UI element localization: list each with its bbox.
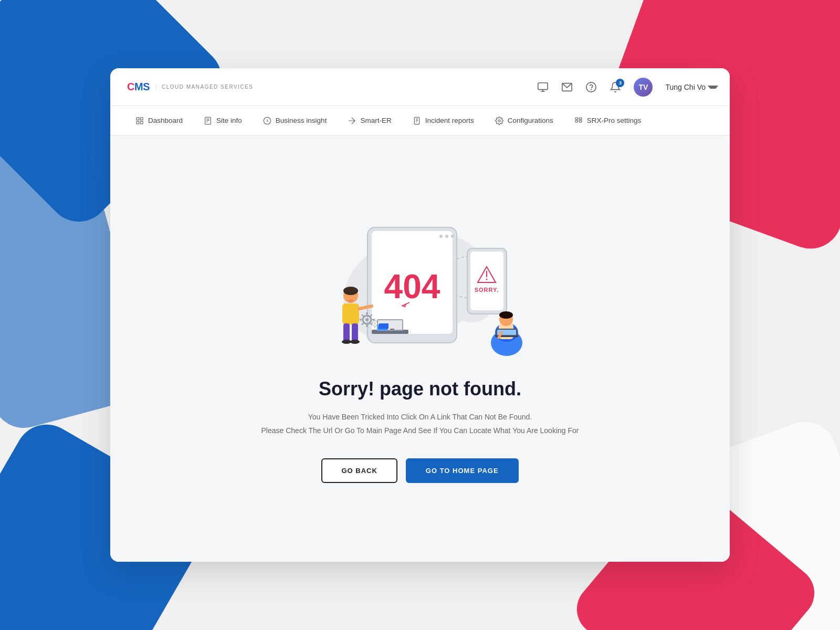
help-circle-icon[interactable] <box>585 81 597 93</box>
svg-rect-8 <box>205 117 211 124</box>
logo-subtitle: CLOUD MANAGED SERVICES <box>156 84 254 90</box>
logo-area: CMS CLOUD MANAGED SERVICES <box>127 81 253 93</box>
header: CMS CLOUD MANAGED SERVICES 3 <box>110 68 730 106</box>
error-description: You Have Been Tricked Into Click On A Li… <box>261 411 579 437</box>
nav-item-site-info[interactable]: Site info <box>195 112 250 129</box>
avatar: TV <box>634 78 653 97</box>
svg-point-35 <box>365 318 369 321</box>
header-actions: 3 TV Tung Chi Vo <box>537 78 713 97</box>
go-home-button[interactable]: GO TO HOME PAGE <box>406 458 519 483</box>
svg-point-17 <box>498 120 500 122</box>
svg-point-45 <box>374 322 376 324</box>
svg-point-52 <box>348 299 354 302</box>
svg-rect-4 <box>136 118 139 120</box>
nav-item-business-insight[interactable]: Business insight <box>255 112 335 129</box>
dashboard-icon <box>135 117 144 125</box>
svg-point-29 <box>445 235 448 238</box>
go-back-button[interactable]: GO BACK <box>321 458 397 483</box>
svg-rect-21 <box>579 120 582 122</box>
svg-point-2 <box>586 82 596 91</box>
svg-point-51 <box>343 287 358 295</box>
svg-rect-53 <box>342 303 359 324</box>
svg-text:SORRY.: SORRY. <box>475 287 499 293</box>
svg-rect-5 <box>140 118 143 120</box>
error-illustration: 404 <box>310 214 530 361</box>
nav-bar: Dashboard Site info Business insight Sma… <box>110 106 730 135</box>
configurations-icon <box>495 117 503 125</box>
svg-rect-0 <box>538 82 548 89</box>
svg-point-28 <box>439 235 443 238</box>
svg-rect-68 <box>470 251 503 310</box>
svg-rect-66 <box>379 323 388 329</box>
svg-rect-6 <box>136 121 139 124</box>
site-info-icon <box>204 117 212 125</box>
svg-point-57 <box>342 340 351 344</box>
smart-er-icon <box>348 117 356 125</box>
nav-item-configurations[interactable]: Configurations <box>487 112 562 129</box>
bell-icon[interactable]: 3 <box>610 81 621 93</box>
user-name[interactable]: Tung Chi Vo <box>665 83 713 91</box>
mail-icon[interactable] <box>561 81 573 93</box>
error-title: Sorry! page not found. <box>319 378 521 400</box>
svg-rect-63 <box>390 329 394 330</box>
svg-point-58 <box>350 340 360 344</box>
screen-icon[interactable] <box>537 81 549 93</box>
svg-point-30 <box>451 235 454 238</box>
nav-item-incident-reports[interactable]: Incident reports <box>404 112 482 129</box>
svg-rect-19 <box>579 118 582 119</box>
nav-item-smart-er[interactable]: Smart-ER <box>339 112 400 129</box>
nav-item-dashboard[interactable]: Dashboard <box>127 112 191 129</box>
svg-point-77 <box>499 311 513 319</box>
svg-rect-7 <box>140 121 143 124</box>
business-insight-icon <box>263 117 271 125</box>
svg-rect-18 <box>575 118 578 119</box>
main-content: 404 <box>110 135 730 562</box>
main-window: CMS CLOUD MANAGED SERVICES 3 <box>110 68 730 562</box>
notification-badge: 3 <box>616 79 624 87</box>
button-group: GO BACK GO TO HOME PAGE <box>321 458 518 483</box>
svg-rect-13 <box>414 117 419 124</box>
logo: CMS <box>127 81 150 93</box>
svg-text:404: 404 <box>384 268 440 306</box>
svg-rect-20 <box>575 120 578 122</box>
srx-pro-settings-icon <box>574 117 583 125</box>
chevron-down-icon <box>708 86 713 89</box>
svg-rect-56 <box>352 323 358 342</box>
incident-reports-icon <box>413 117 421 125</box>
svg-point-3 <box>591 89 592 90</box>
svg-point-71 <box>486 279 488 280</box>
nav-item-srx-pro-settings[interactable]: SRX-Pro settings <box>566 112 650 129</box>
svg-rect-55 <box>343 323 350 342</box>
